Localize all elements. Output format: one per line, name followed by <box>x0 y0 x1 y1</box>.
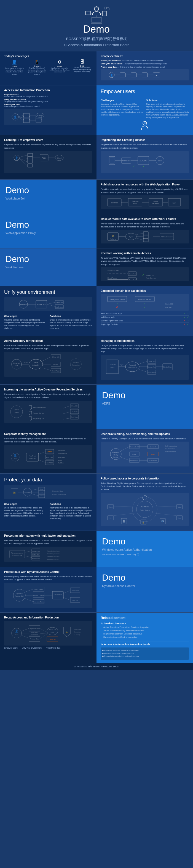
aip-empower: Empower users Enable users to work from … <box>4 93 92 97</box>
dac-title: Protect data with Dynamic Access Control <box>4 570 92 574</box>
row-demo-wf: Demo Work Folders Effective working with… <box>0 248 193 286</box>
row-enabling: Enabling IT to empower users Empower use… <box>0 135 193 179</box>
svg-text:Microsoft AD: Microsoft AD <box>129 446 139 448</box>
svg-line-290 <box>25 589 33 592</box>
svg-text:SaaS Apps: SaaS Apps <box>51 370 60 372</box>
svg-text:Protect data: Protect data <box>30 638 39 640</box>
svg-text:Azure AD: Azure AD <box>129 364 136 366</box>
svg-text:Phone Call: Phone Call <box>32 551 40 552</box>
svg-text:Cloud: Cloud <box>57 157 62 159</box>
booth-icon: ⊙ <box>101 643 103 646</box>
svg-text:✓: ✓ <box>116 302 118 305</box>
domain-join-features: Basic SSO to cloud apps ✓ ✓ Multi-factor… <box>101 312 189 326</box>
feature-row-3: SSO to on-premises apps ✗ ✓ <box>101 319 189 323</box>
row-mfa: Protecting information with multi-factor… <box>0 531 193 567</box>
svg-text:Active: Active <box>154 200 158 202</box>
svg-line-262 <box>153 506 177 507</box>
adfs-title: Increasing the value in Active Directory… <box>4 388 92 391</box>
panel-todays-challenges: Today's challenges 👤 Users Users expect … <box>0 52 96 85</box>
svg-text:Something you are: Something you are <box>47 558 59 560</box>
booth-label: ⊙ Access & Information Protection Booth <box>101 643 189 646</box>
panel-ad-cloud: Active Directory for the cloud Azure Act… <box>0 336 96 385</box>
svg-rect-11 <box>104 7 107 9</box>
svg-text:Local AD: Local AD <box>109 364 116 366</box>
demo4-sublabel: ADFS <box>102 402 188 405</box>
mfa-title: Protecting information with multi-factor… <box>4 534 92 537</box>
svg-text:Azure AD: Azure AD <box>37 303 45 305</box>
related-content-box: ▶ Breakout Sessions available at the boo… <box>101 648 189 660</box>
registering-title: Registering and Enrolling Devices <box>101 138 189 142</box>
demo1-sublabel: Workplace Join <box>5 197 91 200</box>
recap-title: Recap Access and Information Protection <box>4 616 92 619</box>
svg-rect-6 <box>91 18 102 22</box>
svg-line-141 <box>43 368 51 371</box>
empower-solutions-label: Solutions <box>146 99 189 102</box>
header-icon <box>11 5 182 24</box>
recap-diagram: 👤 Users Empower users Unify your environ… <box>4 621 92 646</box>
svg-line-159 <box>139 361 148 364</box>
panel-cloud-identities: Managing cloud identities DirSync provid… <box>96 336 193 385</box>
panel-adfs-info: Increasing the value in Active Directory… <box>0 385 96 429</box>
svg-line-292 <box>25 598 33 601</box>
row-adfs: Increasing the value in Active Directory… <box>0 384 193 429</box>
booth-bar-icon: ⊙ <box>74 665 76 668</box>
svg-text:Azure AD: Azure AD <box>71 411 77 412</box>
svg-text:Novell: Novell <box>151 454 155 455</box>
svg-line-45 <box>19 158 28 162</box>
protect-challenges-col: Challenges Users work on the device of t… <box>4 503 47 520</box>
svg-text:Sync: Sync <box>129 236 132 238</box>
svg-rect-77 <box>149 198 163 206</box>
svg-text:Full SSO: Full SSO <box>165 307 172 308</box>
svg-line-89 <box>137 233 143 235</box>
feature-row-2: Multi-factor auth ✓ ✓ <box>101 316 189 319</box>
unify-env-item: Unify your environment — Single manageme… <box>101 63 189 65</box>
cloud-id-text: DirSync provides a simple way to manage … <box>101 344 189 353</box>
svg-text:SaaS Apps: SaaS Apps <box>55 306 64 308</box>
svg-text:Traditional VPN: Traditional VPN <box>108 270 119 272</box>
wf-title: Make corporate data available to users w… <box>101 217 189 220</box>
row-ad-cloud: Active Directory for the cloud Azure Act… <box>0 336 193 385</box>
svg-text:👤: 👤 <box>110 74 113 76</box>
svg-text:✗: ✗ <box>116 306 118 308</box>
svg-point-40 <box>144 122 146 124</box>
wap-diagram: Internet Web App Proxy Active Directory … <box>101 195 189 209</box>
svg-line-237 <box>32 489 39 490</box>
panel-user-provisioning: User provisioning, de-provisioning, and … <box>96 429 193 473</box>
svg-point-131 <box>11 359 22 369</box>
enable-users: Enable your end-users — Office 365 tools… <box>101 59 189 61</box>
row-demo-wap: Demo Web Application Proxy Make corporat… <box>0 214 193 248</box>
empower-cols: Challenges Users use the device of their… <box>101 99 189 119</box>
ra-diagram: Traditional VPN Corp Net DirectAccess Co… <box>101 267 189 281</box>
svg-text:to Microsoft and: to Microsoft and <box>165 448 176 450</box>
svg-text:Manager: Manager <box>113 456 119 458</box>
svg-text:✓: ✓ <box>144 302 146 305</box>
mfa-text: Windows Azure Active Authentication prov… <box>4 539 92 545</box>
svg-text:DirectAccess: DirectAccess <box>108 277 117 279</box>
enabling-text: Empower users to be productive from anyw… <box>4 143 92 149</box>
panel-demo-azure-auth: Demo Windows Azure Active Authentication… <box>96 531 193 567</box>
devices-label: Devices <box>34 65 41 67</box>
session-4: Dynamic Access Control deep dive <box>101 636 189 639</box>
unify-challenges-text: Providing a single corporate identity us… <box>4 319 47 330</box>
svg-text:Single Sign-On: Single Sign-On <box>128 367 137 368</box>
svg-text:Identity: Identity <box>114 454 118 456</box>
svg-text:Identity: Identity <box>73 362 78 363</box>
svg-point-324 <box>47 627 58 635</box>
aip-title: Access and Information Protection <box>4 89 92 92</box>
panel-demo-dac: Demo Dynamic Access Control <box>96 567 193 612</box>
panel-registering: Registering and Enrolling Devices Regist… <box>96 135 193 179</box>
svg-text:access: access <box>58 459 62 461</box>
svg-line-139 <box>43 357 51 361</box>
adfs-diagram: ADFS Server Multi-Factor Auth Access Con… <box>4 401 92 423</box>
panel-enabling-it: Enabling IT to empower users Empower use… <box>0 135 96 179</box>
svg-line-195 <box>39 460 45 463</box>
policy-access-title: Policy based access to corporate informa… <box>101 477 189 480</box>
svg-text:Single Sign: Single Sign <box>163 366 171 368</box>
svg-text:SMS Text: SMS Text <box>32 554 39 555</box>
svg-text:Office 365: Office 365 <box>71 405 78 407</box>
svg-text:File Server: File Server <box>54 594 62 595</box>
panel-work-folders-info: Make corporate data available to users w… <box>96 214 193 248</box>
enabling-title: Enabling IT to empower users <box>4 138 92 142</box>
svg-text:& Identity: & Identity <box>74 634 80 636</box>
recap-item-3: Protect your data <box>46 647 61 649</box>
